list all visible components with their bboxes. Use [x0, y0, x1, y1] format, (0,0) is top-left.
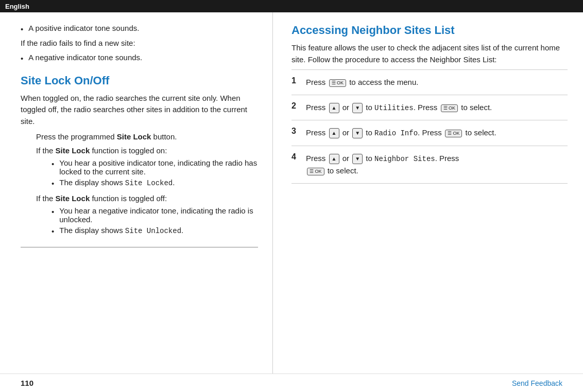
positive-tone-text: A positive indicator tone sounds. — [28, 24, 139, 32]
down-button-2 — [352, 103, 363, 113]
bullet-site-locked: • The display shows Site Locked. — [52, 178, 258, 190]
step-2-num: 2 — [292, 95, 306, 120]
site-lock-indented: Press the programmed Site Lock button. I… — [36, 131, 258, 238]
negative-tone-text: A negative indicator tone sounds. — [28, 53, 142, 62]
right-column: Accessing Neighbor Sites List This featu… — [273, 12, 583, 373]
bullet-dot-2: • — [21, 53, 23, 65]
site-lock-intro: When toggled on, the radio searches the … — [21, 93, 258, 128]
language-label: English — [5, 3, 29, 10]
bullet-dot-6: • — [52, 226, 54, 238]
step-4-row: 4 Press or to Neighbor Sites. Press ☰ OK… — [292, 146, 568, 183]
step-3-content: Press or to Radio Info. Press ☰ OK to se… — [306, 120, 568, 146]
positive-indicate-text: You hear a positive indicator tone, indi… — [59, 158, 258, 176]
bullet-dot-4: • — [52, 178, 54, 190]
step-1-row: 1 Press ☰ OK to access the menu. — [292, 70, 568, 95]
bullet-negative-tone: • A negative indicator tone sounds. — [21, 53, 258, 65]
down-button-4 — [352, 154, 363, 164]
up-button-2 — [329, 103, 339, 113]
step-3-num: 3 — [292, 120, 306, 146]
up-button-3 — [329, 128, 339, 138]
step-4-content: Press or to Neighbor Sites. Press ☰ OK t… — [306, 146, 568, 183]
negative-indicate-text: You hear a negative indicator tone, indi… — [59, 206, 258, 224]
if-radio-fails: If the radio fails to find a new site: — [21, 38, 258, 49]
menu-button-3: ☰ OK — [445, 130, 462, 137]
step-1-num: 1 — [292, 70, 306, 95]
menu-button-4: ☰ OK — [307, 168, 324, 175]
step-3-row: 3 Press or to Radio Info. Press ☰ OK to … — [292, 120, 568, 146]
step-2-content: Press or to Utilities. Press ☰ OK to sel… — [306, 95, 568, 120]
site-lock-heading: Site Lock On/Off — [21, 74, 258, 87]
neighbor-intro: This feature allows the user to check th… — [292, 42, 568, 65]
if-toggled-off: If the Site Lock function is toggled off… — [36, 193, 258, 205]
menu-button-2: ☰ OK — [441, 104, 458, 112]
menu-button-1: ☰ OK — [329, 79, 347, 87]
left-column: • A positive indicator tone sounds. If t… — [0, 12, 273, 373]
page-number: 110 — [21, 379, 33, 387]
bullet-dot-1: • — [21, 24, 23, 35]
step-4-num: 4 — [292, 146, 306, 183]
main-content: • A positive indicator tone sounds. If t… — [0, 12, 583, 373]
bullet-positive-indicate: • You hear a positive indicator tone, in… — [52, 158, 258, 176]
bullet-site-unlocked: • The display shows Site Unlocked. — [52, 226, 258, 238]
bullet-dot-3: • — [52, 158, 54, 170]
bullet-positive-tone: • A positive indicator tone sounds. — [21, 24, 258, 35]
step-1-content: Press ☰ OK to access the menu. — [306, 70, 568, 95]
steps-table: 1 Press ☰ OK to access the menu. 2 Press… — [292, 69, 568, 184]
send-feedback-link[interactable]: Send Feedback — [512, 379, 562, 387]
left-divider — [21, 247, 258, 247]
footer: 110 Send Feedback — [0, 373, 583, 392]
if-toggled-on: If the Site Lock function is toggled on: — [36, 145, 258, 157]
step-2-row: 2 Press or to Utilities. Press ☰ OK to s… — [292, 95, 568, 120]
bullet-negative-indicate: • You hear a negative indicator tone, in… — [52, 206, 258, 224]
up-button-4 — [329, 154, 339, 164]
neighbor-sites-heading: Accessing Neighbor Sites List — [292, 24, 568, 37]
down-button-3 — [352, 128, 363, 138]
site-locked-text: The display shows Site Locked. — [59, 178, 175, 187]
language-bar: English — [0, 0, 583, 12]
press-programmed: Press the programmed Site Lock button. — [36, 131, 258, 143]
bullet-dot-5: • — [52, 206, 54, 218]
site-unlocked-text: The display shows Site Unlocked. — [59, 226, 183, 235]
